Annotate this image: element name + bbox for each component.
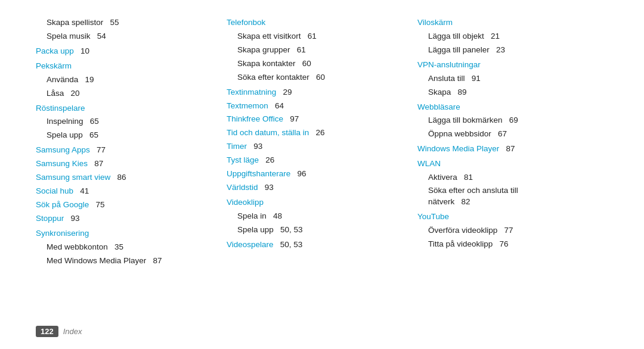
list-item: Sök på Google 75 — [36, 199, 212, 211]
page-number: 122 — [36, 326, 58, 337]
list-item: Pekskärm — [36, 60, 212, 73]
list-item: Spela upp 50, 53 — [227, 224, 403, 236]
list-item: WLAN — [417, 158, 594, 170]
list-item: Webbläsare — [417, 101, 594, 114]
list-item: Spela musik 54 — [36, 30, 212, 43]
list-item: Samsung smart view 86 — [36, 172, 212, 184]
list-item: Låsa 20 — [36, 88, 212, 100]
list-item: Samsung Kies 87 — [36, 158, 212, 170]
list-item: Social hub 41 — [36, 185, 212, 198]
list-item: Spela in 48 — [227, 210, 403, 223]
list-item: Världstid 93 — [227, 182, 403, 194]
list-item: Överföra videoklipp 77 — [417, 225, 594, 237]
list-item: Telefonbok — [227, 17, 403, 29]
list-item: YouTube — [417, 211, 594, 223]
list-item: Videoklipp — [227, 197, 403, 209]
list-item: Skapa spellistor 55 — [36, 17, 212, 29]
list-item: Skapa grupper 61 — [227, 44, 403, 57]
footer-label: Index — [63, 327, 82, 336]
footer: 122 Index — [36, 323, 608, 337]
list-item: Packa upp 10 — [36, 45, 212, 58]
list-item: Titta på videoklipp 76 — [417, 238, 594, 251]
list-item: Samsung Apps 77 — [36, 144, 212, 157]
list-item: Skapa kontakter 60 — [227, 58, 403, 70]
column-3: Viloskärm Lägga till objekt 21 Lägga til… — [417, 17, 608, 319]
list-item: Videospelare 50, 53 — [227, 239, 403, 251]
list-item: Inspelning 65 — [36, 116, 212, 128]
list-item: Stoppur 93 — [36, 213, 212, 225]
list-item: Synkronisering — [36, 228, 212, 240]
list-item: Söka efter och ansluta till nätverk 82 — [417, 185, 594, 208]
list-item: Lägga till bokmärken 69 — [417, 114, 594, 127]
list-item: Öppna webbsidor 67 — [417, 128, 594, 141]
list-item: Lägga till objekt 21 — [417, 30, 594, 43]
list-item: Uppgiftshanterare 96 — [227, 168, 403, 180]
list-item: Windows Media Player 87 — [417, 143, 594, 155]
list-item: Tyst läge 26 — [227, 154, 403, 167]
column-2: Telefonbok Skapa ett visitkort 61 Skapa … — [227, 17, 417, 319]
list-item: Ansluta till 91 — [417, 73, 594, 85]
list-item: Aktivera 81 — [417, 172, 594, 184]
list-item: VPN-anslutningar — [417, 59, 594, 71]
column-1: Skapa spellistor 55 Spela musik 54 Packa… — [36, 17, 227, 319]
list-item: Lägga till paneler 23 — [417, 44, 594, 57]
list-item: Textmemon 64 — [227, 100, 403, 113]
list-item: Använda 19 — [36, 74, 212, 86]
list-item: Thinkfree Office 97 — [227, 113, 403, 126]
list-item: Textinmatning 29 — [227, 86, 403, 99]
list-item: Med Windows Media Player 87 — [36, 255, 212, 267]
list-item: Skapa 89 — [417, 86, 594, 99]
page: Skapa spellistor 55 Spela musik 54 Packa… — [0, 0, 644, 349]
list-item: Timer 93 — [227, 141, 403, 153]
list-item: Spela upp 65 — [36, 129, 212, 142]
list-item: Skapa ett visitkort 61 — [227, 30, 403, 43]
list-item: Söka efter kontakter 60 — [227, 71, 403, 84]
list-item: Röstinspelare — [36, 102, 212, 115]
list-item: Tid och datum, ställa in 26 — [227, 127, 403, 139]
list-item: Med webbkonton 35 — [36, 241, 212, 254]
list-item: Viloskärm — [417, 17, 594, 29]
index-columns: Skapa spellistor 55 Spela musik 54 Packa… — [36, 17, 608, 319]
